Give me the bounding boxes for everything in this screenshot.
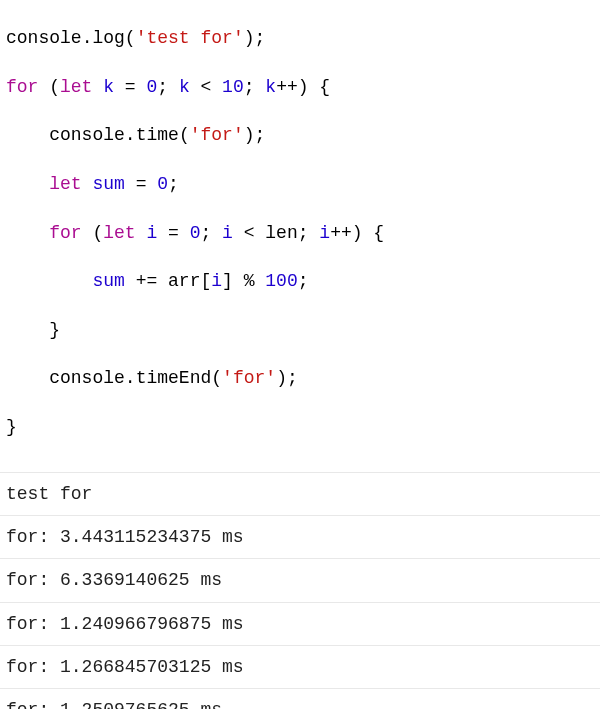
- token-punc: ;: [168, 174, 179, 194]
- token-variable: i: [146, 223, 157, 243]
- token-variable: k: [103, 77, 114, 97]
- token-variable: k: [179, 77, 190, 97]
- code-line: for (let k = 0; k < 10; k++) {: [6, 75, 594, 99]
- console-output-row: for: 3.443115234375 ms: [0, 516, 600, 559]
- token-punc: (: [125, 28, 136, 48]
- token-identifier: len: [265, 223, 297, 243]
- token-variable: sum: [92, 271, 124, 291]
- token-string: ': [222, 368, 233, 388]
- code-line: sum += arr[i] % 100;: [6, 269, 594, 293]
- token-operator: <: [233, 223, 265, 243]
- code-line: console.timeEnd('for');: [6, 366, 594, 390]
- token-number: 0: [157, 174, 168, 194]
- token-punc: ): [276, 368, 287, 388]
- token-variable: k: [265, 77, 276, 97]
- code-line: }: [6, 318, 594, 342]
- token-punc: ;: [255, 125, 266, 145]
- code-line: let sum = 0;: [6, 172, 594, 196]
- token-variable: sum: [92, 174, 124, 194]
- token-space: [136, 223, 147, 243]
- token-punc: ): [244, 28, 255, 48]
- token-punc: ;: [244, 77, 266, 97]
- token-punc: .: [125, 368, 136, 388]
- token-indent: [6, 368, 49, 388]
- token-keyword: let: [49, 174, 81, 194]
- token-punc: ): [298, 77, 320, 97]
- token-method: time: [136, 125, 179, 145]
- token-string: ': [190, 125, 201, 145]
- code-line: console.time('for');: [6, 123, 594, 147]
- token-object: console: [49, 368, 125, 388]
- token-punc: .: [82, 28, 93, 48]
- token-operator: =: [114, 77, 146, 97]
- token-punc: (: [38, 77, 60, 97]
- token-keyword: for: [49, 223, 81, 243]
- token-string: ': [265, 368, 276, 388]
- token-punc: ): [352, 223, 374, 243]
- token-operator: =: [125, 174, 157, 194]
- token-string: for: [233, 368, 265, 388]
- token-indent: [6, 271, 92, 291]
- console-output-row: for: 1.240966796875 ms: [0, 603, 600, 646]
- token-operator: ++: [330, 223, 352, 243]
- token-punc: (: [211, 368, 222, 388]
- token-variable: i: [319, 223, 330, 243]
- token-object: console: [49, 125, 125, 145]
- token-number: 0: [146, 77, 157, 97]
- console-output-row: for: 1.266845703125 ms: [0, 646, 600, 689]
- token-identifier: arr: [168, 271, 200, 291]
- token-indent: [6, 320, 49, 340]
- token-indent: [6, 223, 49, 243]
- code-line: }: [6, 415, 594, 439]
- token-variable: i: [222, 223, 233, 243]
- token-punc: .: [125, 125, 136, 145]
- token-space: [82, 174, 93, 194]
- token-method: log: [92, 28, 124, 48]
- token-punc: (: [82, 223, 104, 243]
- token-punc: ;: [298, 271, 309, 291]
- token-operator: <: [190, 77, 222, 97]
- token-punc: ;: [255, 28, 266, 48]
- token-keyword: for: [6, 77, 38, 97]
- token-variable: i: [211, 271, 222, 291]
- token-operator: =: [157, 223, 189, 243]
- console-output-row: test for: [0, 473, 600, 516]
- token-punc: ): [244, 125, 255, 145]
- token-punc: ;: [287, 368, 298, 388]
- code-line: console.log('test for');: [6, 26, 594, 50]
- token-operator: ++: [276, 77, 298, 97]
- token-operator: %: [233, 271, 265, 291]
- token-string: ': [136, 28, 147, 48]
- token-brace: {: [319, 77, 330, 97]
- token-brace: {: [373, 223, 384, 243]
- code-line: for (let i = 0; i < len; i++) {: [6, 221, 594, 245]
- token-punc: ]: [222, 271, 233, 291]
- token-string: ': [233, 28, 244, 48]
- token-punc: [: [200, 271, 211, 291]
- token-operator: +=: [125, 271, 168, 291]
- token-string: test for: [146, 28, 232, 48]
- token-keyword: let: [103, 223, 135, 243]
- token-punc: ;: [298, 223, 320, 243]
- token-indent: [6, 174, 49, 194]
- token-number: 0: [190, 223, 201, 243]
- token-brace: }: [6, 417, 17, 437]
- token-keyword: let: [60, 77, 92, 97]
- token-indent: [6, 125, 49, 145]
- token-string: ': [233, 125, 244, 145]
- console-output-row: for: 6.3369140625 ms: [0, 559, 600, 602]
- token-number: 10: [222, 77, 244, 97]
- token-object: console: [6, 28, 82, 48]
- token-number: 100: [265, 271, 297, 291]
- token-punc: ;: [157, 77, 179, 97]
- token-method: timeEnd: [136, 368, 212, 388]
- token-space: [92, 77, 103, 97]
- token-brace: }: [49, 320, 60, 340]
- code-block: console.log('test for'); for (let k = 0;…: [0, 0, 600, 473]
- console-output: test for for: 3.443115234375 ms for: 6.3…: [0, 473, 600, 709]
- console-output-row: for: 1.2509765625 ms: [0, 689, 600, 709]
- token-punc: (: [179, 125, 190, 145]
- token-punc: ;: [200, 223, 222, 243]
- token-string: for: [201, 125, 233, 145]
